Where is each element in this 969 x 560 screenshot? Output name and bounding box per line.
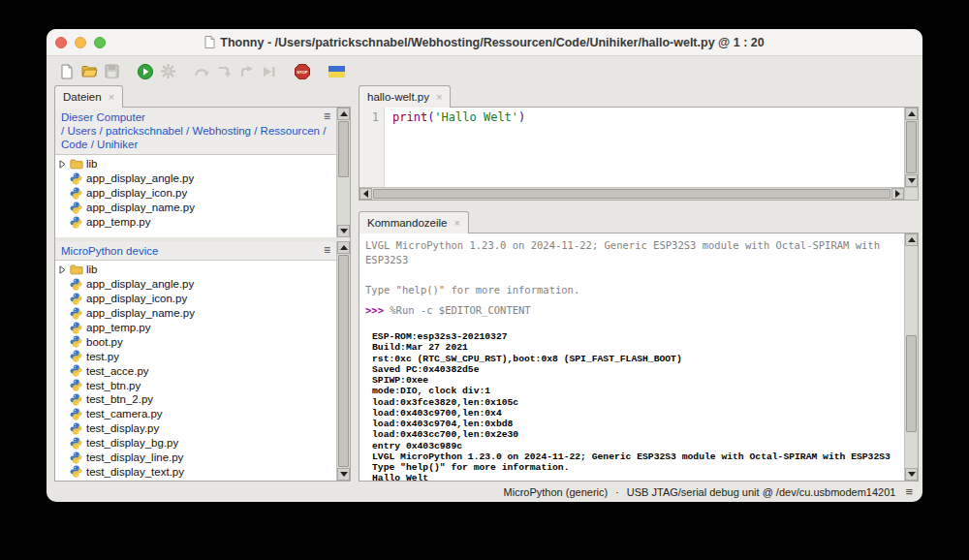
svg-text:STOP: STOP bbox=[297, 69, 308, 74]
stop-restart-backend-button[interactable]: STOP bbox=[292, 61, 313, 82]
local-files-title[interactable]: Dieser Computer bbox=[61, 111, 322, 123]
device-files-title[interactable]: MicroPython device bbox=[61, 245, 322, 257]
device-files-section: MicroPython device ≡ lib app_display_an bbox=[55, 241, 350, 481]
debug-current-script-button[interactable] bbox=[157, 61, 178, 82]
file-row[interactable]: test_display.py bbox=[55, 421, 336, 436]
new-file-button[interactable] bbox=[56, 61, 78, 82]
file-row[interactable]: app_display_icon.py bbox=[55, 292, 336, 306]
file-row[interactable]: test_btn_2.py bbox=[55, 392, 336, 407]
code-editor[interactable]: 1 print('Hallo Welt') bbox=[359, 108, 904, 187]
support-ukraine-flag-icon[interactable] bbox=[326, 61, 347, 82]
scroll-up-icon[interactable] bbox=[337, 241, 350, 254]
scroll-down-icon[interactable] bbox=[337, 225, 350, 237]
title-bar[interactable]: Thonny - /Users/patrickschnabel/Webhosti… bbox=[47, 29, 922, 56]
file-name: test_display_bg.py bbox=[86, 437, 178, 449]
editor-horizontal-scrollbar[interactable] bbox=[359, 187, 904, 200]
scroll-right-icon[interactable] bbox=[891, 188, 904, 200]
file-row[interactable]: app_display_angle.py bbox=[55, 277, 336, 292]
scrollbar-thumb[interactable] bbox=[338, 255, 349, 467]
status-interpreter[interactable]: MicroPython (generic) bbox=[504, 486, 609, 498]
scroll-up-icon[interactable] bbox=[905, 233, 918, 246]
scroll-down-icon[interactable] bbox=[905, 174, 918, 187]
close-window-button[interactable] bbox=[55, 37, 67, 48]
file-row[interactable]: test.py bbox=[55, 349, 336, 363]
file-name: app_temp.py bbox=[86, 216, 151, 228]
step-over-button[interactable] bbox=[191, 61, 212, 82]
folder-icon bbox=[70, 158, 83, 171]
scrollbar-thumb[interactable] bbox=[906, 335, 917, 432]
tab-shell[interactable]: Kommandozeile × bbox=[359, 211, 469, 233]
save-file-button[interactable] bbox=[101, 61, 122, 82]
tab-editor[interactable]: hallo-welt.py × bbox=[359, 85, 451, 108]
traffic-lights bbox=[55, 37, 106, 48]
scroll-down-icon[interactable] bbox=[337, 468, 350, 481]
file-row[interactable]: lib bbox=[55, 157, 336, 171]
file-row[interactable]: test_display_text.py bbox=[55, 464, 336, 479]
scroll-up-icon[interactable] bbox=[905, 108, 918, 120]
python-file-icon bbox=[70, 465, 83, 478]
file-row[interactable]: app_display_angle.py bbox=[55, 171, 336, 186]
scroll-up-icon[interactable] bbox=[337, 108, 350, 120]
minimize-window-button[interactable] bbox=[75, 37, 86, 48]
file-row[interactable]: lib bbox=[55, 263, 336, 277]
local-files-scrollbar[interactable] bbox=[336, 108, 350, 237]
file-row[interactable]: app_display_icon.py bbox=[55, 186, 336, 201]
file-row[interactable]: test_camera.py bbox=[55, 407, 336, 421]
close-icon[interactable]: × bbox=[109, 92, 114, 103]
python-file-icon bbox=[70, 216, 83, 229]
file-row[interactable]: boot.py bbox=[55, 334, 336, 349]
file-row[interactable]: app_display_name.py bbox=[55, 306, 336, 321]
shell-output[interactable]: LVGL MicroPython 1.23.0 on 2024-11-22; G… bbox=[359, 233, 904, 481]
shell-scrollbar[interactable] bbox=[904, 233, 918, 481]
local-file-list[interactable]: lib app_display_angle.py app_display_ico… bbox=[55, 154, 336, 237]
python-file-icon bbox=[70, 293, 83, 305]
editor-vertical-scrollbar[interactable] bbox=[904, 108, 918, 187]
scroll-left-icon[interactable] bbox=[359, 188, 372, 200]
python-file-icon bbox=[70, 350, 83, 362]
scrollbar-thumb[interactable] bbox=[373, 189, 891, 199]
zoom-window-button[interactable] bbox=[94, 37, 106, 48]
file-row[interactable]: test_acce.py bbox=[55, 363, 336, 378]
step-out-button[interactable] bbox=[235, 61, 257, 82]
python-file-icon bbox=[70, 307, 83, 320]
local-files-menu-icon[interactable]: ≡ bbox=[322, 111, 332, 121]
scroll-down-icon[interactable] bbox=[905, 468, 918, 481]
device-files-scrollbar[interactable] bbox=[336, 241, 350, 481]
window-title-text: Thonny - /Users/patrickschnabel/Webhosti… bbox=[220, 36, 764, 49]
breadcrumb-path[interactable]: / Users / patrickschnabel / Webhosting /… bbox=[61, 125, 332, 151]
shell-banner: LVGL MicroPython 1.23.0 on 2024-11-22; G… bbox=[365, 238, 902, 297]
disclosure-triangle-icon[interactable] bbox=[59, 160, 68, 169]
python-file-icon bbox=[70, 437, 83, 450]
shell-run-line: >>> %Run -c $EDITOR_CONTENT bbox=[365, 303, 902, 318]
tab-files-label: Dateien bbox=[63, 91, 102, 103]
scrollbar-thumb[interactable] bbox=[906, 121, 917, 173]
file-row[interactable]: test_btn.py bbox=[55, 378, 336, 392]
code-paren-close: ) bbox=[518, 110, 525, 124]
open-file-button[interactable] bbox=[78, 61, 100, 82]
window-title: Thonny - /Users/patrickschnabel/Webhosti… bbox=[204, 36, 764, 49]
line-number: 1 bbox=[372, 110, 379, 124]
code-string: 'Hallo Welt' bbox=[434, 110, 518, 124]
file-row[interactable]: app_temp.py bbox=[55, 321, 336, 335]
close-icon[interactable]: × bbox=[453, 218, 459, 229]
file-row[interactable]: test_display_line.py bbox=[55, 451, 336, 465]
run-current-script-button[interactable] bbox=[135, 61, 156, 82]
file-row[interactable]: test_display_bg.py bbox=[55, 436, 336, 451]
files-panel: Dieser Computer ≡ / Users / patrickschna… bbox=[54, 107, 351, 482]
status-menu-icon[interactable]: ≡ bbox=[903, 487, 915, 497]
file-row[interactable]: app_display_name.py bbox=[55, 201, 336, 215]
file-row[interactable]: app_temp.py bbox=[55, 215, 336, 230]
scrollbar-thumb[interactable] bbox=[338, 121, 349, 177]
device-file-list[interactable]: lib app_display_angle.py app_display_ico… bbox=[55, 260, 336, 481]
file-name: test_camera.py bbox=[86, 408, 163, 420]
resume-button[interactable] bbox=[258, 61, 279, 82]
disclosure-triangle-icon[interactable] bbox=[59, 265, 68, 274]
close-icon[interactable]: × bbox=[436, 92, 442, 103]
document-icon bbox=[204, 36, 215, 48]
status-port[interactable]: USB JTAG/serial debug unit @ /dev/cu.usb… bbox=[627, 486, 896, 498]
step-into-button[interactable] bbox=[213, 61, 234, 82]
tab-files[interactable]: Dateien × bbox=[54, 85, 123, 108]
device-files-menu-icon[interactable]: ≡ bbox=[322, 245, 332, 255]
code-line[interactable]: print('Hallo Welt') bbox=[385, 108, 525, 187]
shell-prompt: >>> bbox=[365, 304, 384, 316]
